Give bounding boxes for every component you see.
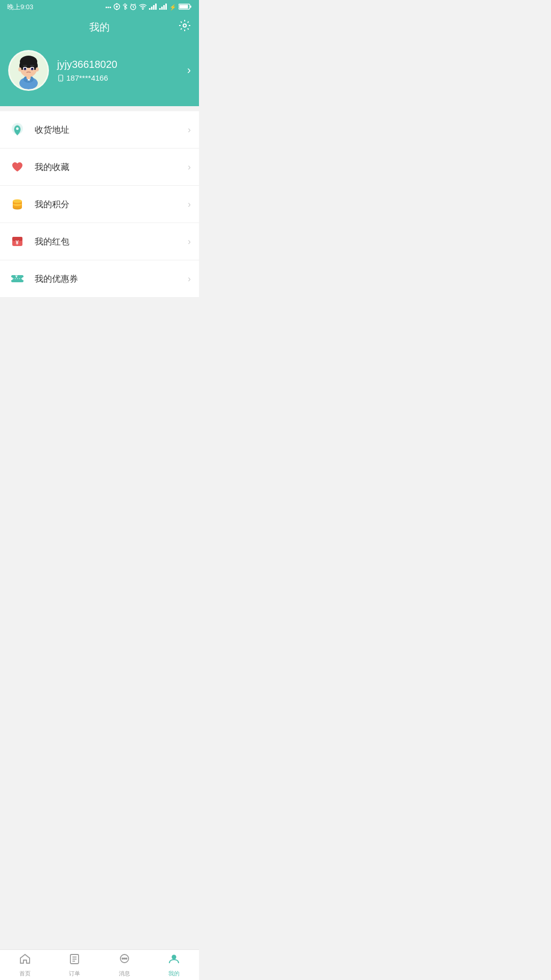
svg-rect-22 xyxy=(180,5,188,9)
svg-point-37 xyxy=(31,68,34,70)
menu-label-favorites: 我的收藏 xyxy=(35,161,188,173)
menu-item-address[interactable]: 收货地址 › xyxy=(0,111,199,149)
svg-rect-17 xyxy=(159,8,161,10)
battery-icon xyxy=(179,4,192,11)
signal-dots: ••• xyxy=(105,4,111,10)
menu-arrow-favorites: › xyxy=(188,162,191,173)
svg-rect-20 xyxy=(165,4,167,10)
menu-item-coupon[interactable]: ¥ 我的优惠券 › xyxy=(0,260,199,297)
points-icon-wrap xyxy=(8,195,27,213)
menu-label-redpacket: 我的红包 xyxy=(35,236,188,248)
svg-point-43 xyxy=(60,80,61,81)
profile-username: jyjy36618020 xyxy=(57,59,117,70)
menu-arrow-coupon: › xyxy=(188,274,191,284)
menu-list: 收货地址 › 我的收藏 › 我的积分 › xyxy=(0,111,199,297)
svg-rect-16 xyxy=(155,4,157,10)
charging-icon: ⚡ xyxy=(169,4,177,11)
wifi-icon xyxy=(139,4,147,11)
svg-line-5 xyxy=(125,5,127,7)
target-icon xyxy=(113,3,120,11)
svg-point-48 xyxy=(16,128,19,130)
svg-point-59 xyxy=(10,277,13,280)
svg-point-40 xyxy=(18,67,21,71)
svg-point-36 xyxy=(24,68,27,70)
menu-label-address: 收货地址 xyxy=(35,124,188,136)
profile-nav-arrow: › xyxy=(187,64,191,77)
profile-info: jyjy36618020 187****4166 xyxy=(57,59,117,82)
status-time: 晚上9:03 xyxy=(7,3,33,12)
menu-arrow-points: › xyxy=(188,199,191,210)
profile-section[interactable]: ★ xyxy=(0,40,199,106)
bluetooth-icon xyxy=(122,3,128,11)
svg-line-11 xyxy=(135,4,136,5)
svg-rect-19 xyxy=(163,5,165,10)
coupon-icon-wrap: ¥ xyxy=(8,270,27,288)
svg-line-6 xyxy=(125,7,127,8)
menu-arrow-redpacket: › xyxy=(188,236,191,247)
svg-point-60 xyxy=(22,277,25,280)
redpacket-icon-wrap: ¥ xyxy=(8,232,27,251)
svg-rect-14 xyxy=(151,7,153,10)
status-bar: 晚上9:03 ••• xyxy=(0,0,199,14)
profile-left: ★ xyxy=(8,50,117,91)
svg-line-10 xyxy=(131,4,132,5)
location-icon-wrap xyxy=(8,120,27,139)
status-icons: ••• xyxy=(105,3,192,11)
page-title: 我的 xyxy=(89,20,110,34)
menu-item-points[interactable]: 我的积分 › xyxy=(0,186,199,223)
svg-point-54 xyxy=(14,200,20,202)
svg-line-9 xyxy=(133,7,134,8)
profile-phone: 187****4166 xyxy=(57,74,117,82)
menu-item-redpacket[interactable]: ¥ 我的红包 › xyxy=(0,223,199,260)
svg-text:¥: ¥ xyxy=(16,239,19,246)
favorite-icon-wrap xyxy=(8,158,27,176)
menu-arrow-address: › xyxy=(188,125,191,135)
svg-point-41 xyxy=(36,67,39,71)
menu-label-points: 我的积分 xyxy=(35,199,188,210)
header: 我的 xyxy=(0,14,199,40)
content-area xyxy=(0,297,199,399)
alarm-icon xyxy=(130,3,137,11)
signal-bars-2 xyxy=(159,4,167,11)
svg-point-38 xyxy=(25,68,26,69)
settings-button[interactable] xyxy=(179,19,191,35)
svg-rect-15 xyxy=(153,5,155,10)
menu-item-favorites[interactable]: 我的收藏 › xyxy=(0,149,199,186)
svg-point-1 xyxy=(116,6,118,8)
signal-bars-1 xyxy=(149,4,157,11)
svg-text:¥: ¥ xyxy=(15,274,18,279)
svg-rect-23 xyxy=(190,6,191,8)
svg-rect-18 xyxy=(161,7,163,10)
menu-label-coupon: 我的优惠券 xyxy=(35,273,188,285)
svg-point-24 xyxy=(183,24,186,27)
svg-point-39 xyxy=(32,68,33,69)
svg-point-12 xyxy=(142,9,144,10)
svg-rect-13 xyxy=(149,8,151,10)
avatar: ★ xyxy=(8,50,49,91)
